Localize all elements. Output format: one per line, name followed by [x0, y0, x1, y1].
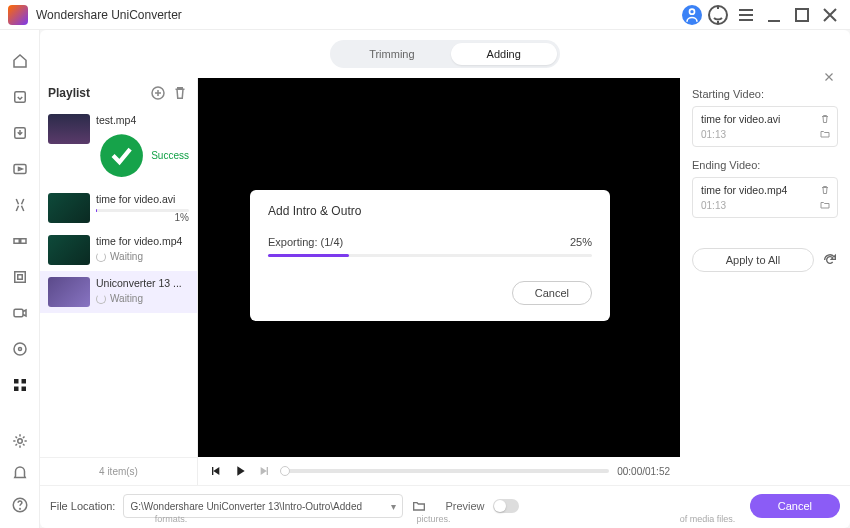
footer-cancel-button[interactable]: Cancel [750, 494, 840, 518]
svg-rect-6 [14, 239, 19, 244]
playlist-item-name: test.mp4 [96, 114, 189, 126]
ending-video-folder-icon[interactable] [819, 199, 831, 211]
open-folder-icon[interactable] [411, 498, 427, 514]
svg-rect-3 [14, 92, 25, 103]
window-maximize-icon[interactable] [790, 3, 814, 27]
spinner-icon [96, 294, 106, 304]
starting-video-delete-icon[interactable] [819, 113, 831, 125]
nav-notify-icon[interactable] [11, 464, 29, 482]
starting-video-name: time for video.avi [701, 113, 829, 125]
left-nav-rail [0, 30, 40, 528]
nav-compress-icon[interactable] [11, 268, 29, 286]
svg-point-11 [18, 348, 21, 351]
nav-record-icon[interactable] [11, 304, 29, 322]
playlist-item-name: Uniconverter 13 ... [96, 277, 189, 289]
playlist-thumb [48, 277, 90, 307]
playlist-item-status: 1% [175, 212, 189, 223]
playlist-item[interactable]: test.mp4 Success [40, 108, 197, 187]
nav-media-icon[interactable] [11, 160, 29, 178]
playlist-thumb [48, 114, 90, 144]
playlist-item-status: Waiting [110, 293, 143, 304]
export-cancel-button[interactable]: Cancel [512, 281, 592, 305]
prev-icon[interactable] [208, 463, 224, 479]
svg-rect-8 [14, 272, 25, 283]
svg-rect-9 [14, 309, 23, 317]
mode-tabs: Trimming Adding [330, 40, 560, 68]
playlist-item[interactable]: time for video.mp4 Waiting [40, 229, 197, 271]
user-avatar-icon[interactable] [682, 5, 702, 25]
apply-to-all-button[interactable]: Apply to All [692, 248, 814, 272]
title-bar: Wondershare UniConverter [0, 0, 850, 30]
playlist-thumb [48, 235, 90, 265]
export-percent: 25% [570, 236, 592, 248]
nav-home-icon[interactable] [11, 52, 29, 70]
spinner-icon [96, 252, 106, 262]
nav-download-icon[interactable] [11, 124, 29, 142]
starting-video-label: Starting Video: [692, 88, 838, 100]
nav-convert-icon[interactable] [11, 88, 29, 106]
starting-video-box: time for video.avi 01:13 [692, 106, 838, 147]
svg-point-20 [100, 134, 143, 177]
refresh-icon[interactable] [822, 252, 838, 268]
preview-label: Preview [445, 500, 484, 512]
svg-rect-14 [14, 387, 19, 392]
nav-toolbox-icon[interactable] [11, 376, 29, 394]
file-location-input[interactable]: G:\Wondershare UniConverter 13\Intro-Out… [123, 494, 403, 518]
playlist-add-icon[interactable] [149, 84, 167, 102]
ending-video-time: 01:13 [701, 200, 829, 211]
file-location-path: G:\Wondershare UniConverter 13\Intro-Out… [130, 501, 387, 512]
nav-burn-icon[interactable] [11, 340, 29, 358]
playlist-item-name: time for video.mp4 [96, 235, 189, 247]
chevron-down-icon[interactable]: ▾ [391, 501, 396, 512]
ending-video-delete-icon[interactable] [819, 184, 831, 196]
playlist-thumb [48, 193, 90, 223]
transport-controls: 00:00/01:52 [198, 457, 680, 485]
starting-video-time: 01:13 [701, 129, 829, 140]
playlist-panel: Playlist test.mp4 Success [40, 78, 198, 485]
right-panel: Starting Video: time for video.avi 01:13… [680, 78, 850, 485]
ending-video-label: Ending Video: [692, 159, 838, 171]
svg-rect-13 [21, 379, 26, 384]
starting-video-folder-icon[interactable] [819, 128, 831, 140]
svg-rect-7 [20, 239, 25, 244]
window-close-icon[interactable] [818, 3, 842, 27]
playlist-item-status: Success [151, 150, 189, 161]
nav-help-icon[interactable] [11, 496, 29, 514]
preview-toggle[interactable] [493, 499, 519, 513]
playlist-title: Playlist [48, 86, 145, 100]
menu-icon[interactable] [734, 3, 758, 27]
support-icon[interactable] [706, 3, 730, 27]
playlist-item-name: time for video.avi [96, 193, 189, 205]
svg-rect-15 [21, 387, 26, 392]
footer-bar: File Location: G:\Wondershare UniConvert… [40, 485, 850, 528]
playlist-footer: 4 item(s) [40, 457, 197, 485]
nav-settings-icon[interactable] [11, 432, 29, 450]
export-progress [268, 254, 592, 257]
tab-trimming[interactable]: Trimming [333, 43, 450, 65]
nav-merge-icon[interactable] [11, 232, 29, 250]
tab-adding[interactable]: Adding [451, 43, 557, 65]
export-status: Exporting: (1/4) [268, 236, 343, 248]
panel-close-icon[interactable] [822, 70, 836, 84]
playlist-item-status: Waiting [110, 251, 143, 262]
playlist-item[interactable]: time for video.avi 1% [40, 187, 197, 229]
next-icon[interactable] [256, 463, 272, 479]
seek-slider[interactable] [280, 469, 609, 473]
svg-point-16 [17, 439, 22, 444]
window-minimize-icon[interactable] [762, 3, 786, 27]
play-icon[interactable] [232, 463, 248, 479]
playlist-delete-icon[interactable] [171, 84, 189, 102]
export-dialog: Add Intro & Outro Exporting: (1/4) 25% C… [250, 190, 610, 321]
svg-point-0 [690, 9, 695, 14]
nav-edit-icon[interactable] [11, 196, 29, 214]
playlist-item[interactable]: Uniconverter 13 ... Waiting [40, 271, 197, 313]
svg-point-10 [14, 343, 26, 355]
ending-video-name: time for video.mp4 [701, 184, 829, 196]
svg-rect-2 [796, 9, 808, 21]
export-dialog-title: Add Intro & Outro [268, 204, 592, 218]
ending-video-box: time for video.mp4 01:13 [692, 177, 838, 218]
app-title: Wondershare UniConverter [36, 8, 182, 22]
file-location-label: File Location: [50, 500, 115, 512]
timecode: 00:00/01:52 [617, 466, 670, 477]
svg-rect-12 [14, 379, 19, 384]
